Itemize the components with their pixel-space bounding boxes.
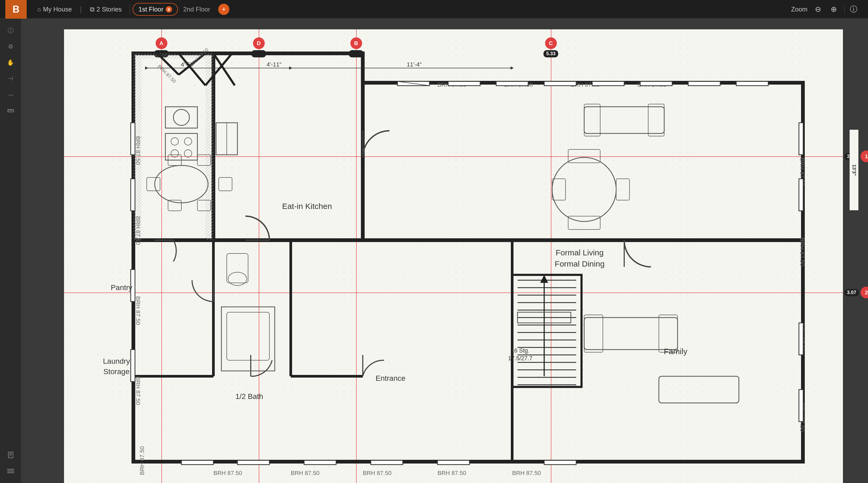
logo-letter: B (12, 4, 20, 15)
sidebar-btn-ruler[interactable] (4, 104, 17, 117)
zoom-minus-icon: ⊖ (815, 5, 821, 13)
svg-rect-71 (648, 104, 664, 136)
row-circle-1: 1 (861, 151, 868, 162)
info-button[interactable]: ⓘ (850, 4, 857, 14)
svg-rect-125 (238, 460, 270, 464)
dim-4-5: 4'-5" (181, 61, 193, 68)
svg-text:BRH 87.50: BRH 87.50 (135, 296, 142, 325)
svg-rect-69 (584, 107, 664, 133)
svg-rect-124 (181, 460, 213, 464)
svg-rect-121 (131, 179, 135, 211)
svg-text:BRH 87.50: BRH 87.50 (291, 470, 319, 476)
svg-rect-82 (221, 307, 275, 371)
svg-rect-76 (568, 216, 600, 230)
dim-11-4: 11'-4" (407, 61, 422, 68)
svg-text:BRH 87.50: BRH 87.50 (135, 136, 142, 165)
floor1-label: 1st Floor (138, 6, 163, 13)
svg-rect-13 (213, 53, 363, 240)
svg-rect-73 (552, 179, 565, 200)
svg-rect-70 (584, 104, 600, 136)
svg-rect-113 (640, 81, 672, 86)
sidebar-btn-pan[interactable]: ✋ (4, 56, 17, 69)
svg-point-58 (155, 165, 208, 203)
svg-rect-112 (592, 81, 624, 86)
row-label-2[interactable]: 3.07 2 (844, 286, 868, 298)
delete-floor1-icon[interactable]: 🗑 (166, 6, 172, 12)
svg-text:BRH 87.50: BRH 87.50 (512, 470, 541, 476)
floorplan-svg: BRH 87.50 BRH 87.50 BRH 87.50 BRH 87.50 … (64, 29, 843, 483)
svg-rect-78 (584, 315, 603, 352)
sidebar-btn-settings[interactable]: ⚙ (4, 40, 17, 53)
dim-4-11: 4'-11" (267, 61, 281, 68)
svg-rect-77 (584, 318, 678, 350)
sidebar-btn-info[interactable]: ⓘ (4, 24, 17, 37)
stories-label: 2 Stories (97, 6, 122, 13)
zoom-plus-icon: ⊕ (831, 5, 837, 13)
floor2-tab[interactable]: 2nd Floor (178, 3, 216, 15)
logo: B (5, 0, 27, 19)
svg-rect-109 (448, 81, 480, 86)
svg-text:BRH 87.50: BRH 87.50 (135, 376, 142, 405)
right-measurement: 13'3" (849, 129, 859, 211)
svg-point-55 (184, 150, 192, 157)
svg-point-53 (184, 138, 192, 145)
svg-point-50 (174, 110, 189, 125)
svg-rect-126 (304, 460, 336, 464)
zoom-out-button[interactable]: ⊖ (813, 4, 823, 15)
header-nav: ⌂ My House | ⧉ 2 Stories 1st Floor 🗑 2nd… (32, 3, 791, 16)
svg-rect-116 (799, 123, 803, 155)
svg-point-85 (228, 272, 247, 285)
svg-rect-115 (736, 81, 768, 86)
svg-point-72 (552, 157, 616, 221)
svg-rect-74 (616, 179, 629, 200)
svg-text:BRH 87.50: BRH 87.50 (799, 238, 806, 266)
info-icon: ⓘ (850, 5, 857, 13)
floorplan-container: A 5.94 D 5.94 B 5.94 C 5.33 3.07 1 3.07 (64, 29, 843, 483)
stories-icon: ⧉ (90, 6, 94, 13)
svg-rect-114 (688, 81, 720, 86)
canvas-area[interactable]: A 5.94 D 5.94 B 5.94 C 5.33 3.07 1 3.07 (21, 19, 868, 483)
svg-text:BRH 87.50: BRH 87.50 (363, 470, 392, 476)
main: ⓘ ⚙ ✋ ⊣ ··· (0, 19, 868, 483)
svg-point-52 (171, 138, 179, 145)
floor1-tab[interactable]: 1st Floor 🗑 (132, 3, 178, 16)
svg-rect-0 (8, 110, 13, 112)
add-floor-icon: + (222, 5, 226, 13)
home-label: My House (43, 6, 72, 13)
home-icon: ⌂ (37, 6, 41, 13)
svg-rect-122 (131, 270, 135, 302)
svg-rect-120 (131, 123, 135, 155)
svg-rect-118 (799, 323, 803, 355)
svg-rect-83 (227, 312, 270, 360)
svg-rect-80 (659, 376, 739, 403)
svg-rect-60 (219, 177, 232, 191)
svg-rect-119 (799, 390, 803, 422)
svg-rect-128 (437, 460, 469, 464)
svg-marker-41 (540, 275, 548, 283)
row-value-2: 3.07 (844, 289, 859, 296)
svg-rect-75 (568, 149, 600, 163)
svg-line-48 (213, 53, 235, 85)
svg-text:BRH 87.50: BRH 87.50 (139, 446, 145, 475)
floor2-label: 2nd Floor (183, 6, 210, 13)
svg-rect-14 (363, 83, 803, 240)
home-nav[interactable]: ⌂ My House (32, 6, 77, 13)
header: B ⌂ My House | ⧉ 2 Stories 1st Floor 🗑 2… (0, 0, 868, 19)
svg-rect-49 (165, 107, 197, 128)
svg-rect-63 (168, 200, 181, 211)
svg-rect-127 (371, 460, 403, 464)
svg-text:BRH 87.50: BRH 87.50 (157, 64, 177, 84)
header-right: Zoom ⊖ ⊕ ⓘ (791, 4, 863, 15)
sidebar-btn-blueprint[interactable] (4, 448, 17, 462)
sidebar-btn-measure[interactable]: ⊣ (4, 72, 17, 85)
add-floor-button[interactable]: + (218, 4, 229, 15)
sidebar-btn-dots[interactable]: ··· (4, 88, 17, 101)
sidebar-btn-menu[interactable] (4, 464, 17, 478)
svg-rect-111 (544, 81, 576, 86)
svg-text:BRH 87.50: BRH 87.50 (213, 470, 242, 476)
zoom-label: Zoom (791, 6, 807, 13)
zoom-in-button[interactable]: ⊕ (829, 4, 839, 15)
svg-rect-79 (659, 315, 678, 352)
svg-rect-59 (147, 177, 160, 191)
svg-rect-117 (799, 179, 803, 211)
